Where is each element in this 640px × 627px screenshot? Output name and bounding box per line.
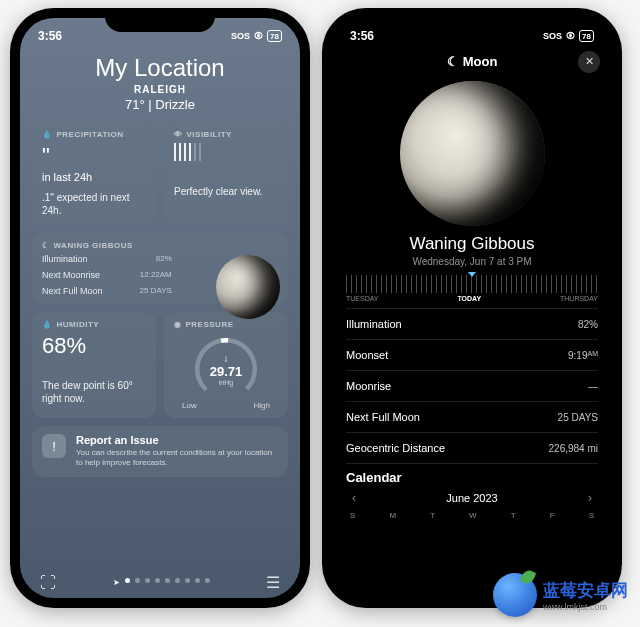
calendar-month: June 2023 — [446, 492, 497, 504]
detail-value: 25 DAYS — [558, 412, 598, 423]
phase-title: Waning Gibbous — [332, 234, 612, 254]
battery-icon: 78 — [579, 30, 594, 42]
calendar-title: Calendar — [332, 464, 612, 489]
map-icon[interactable]: ⛶ — [40, 574, 56, 592]
chevron-left-icon[interactable]: ‹ — [352, 491, 356, 505]
moon-detail-header: ☾Moon ✕ — [332, 48, 612, 77]
bottom-bar: ⛶ ➤ ☰ — [20, 573, 300, 592]
calendar-month-selector: ‹ June 2023 › — [332, 489, 612, 507]
visibility-card[interactable]: 👁VISIBILITY Perfectly clear view. — [164, 122, 288, 225]
detail-label: Illumination — [346, 318, 402, 330]
detail-row: Moonset9:19AM — [332, 340, 612, 370]
phone-moon: 3:56 SOS ⦿ 78 ☾Moon ✕ Waning Gibbous Wed… — [322, 8, 622, 608]
moon-icon: ☾ — [447, 54, 459, 69]
visibility-note: Perfectly clear view. — [174, 185, 278, 198]
watermark-url: www.lmkjst.com — [543, 602, 628, 612]
detail-row: Geocentric Distance226,984 mi — [332, 433, 612, 463]
wifi-icon: ⦿ — [254, 31, 263, 41]
list-icon[interactable]: ☰ — [266, 573, 280, 592]
precip-card[interactable]: 💧PRECIPITATION " in last 24h .1" expecte… — [32, 122, 156, 225]
report-title: Report an Issue — [76, 434, 278, 446]
moon-label: Next Full Moon — [42, 286, 103, 296]
moon-label: Next Moonrise — [42, 270, 100, 280]
page-indicator[interactable]: ➤ — [113, 578, 210, 587]
humidity-card[interactable]: 💧HUMIDITY 68% The dew point is 60° right… — [32, 312, 156, 418]
watermark: 蓝莓安卓网 www.lmkjst.com — [493, 573, 628, 617]
detail-row: Moonrise— — [332, 371, 612, 401]
precip-period: in last 24h — [42, 171, 146, 183]
report-icon: ! — [42, 434, 66, 458]
location-title: My Location — [20, 54, 300, 82]
timeline-next: THURSDAY — [560, 295, 598, 302]
moon-val: 12:22AM — [140, 270, 172, 280]
chevron-right-icon[interactable]: › — [588, 491, 592, 505]
pressure-unit: inHg — [210, 379, 243, 386]
moon-image — [216, 255, 280, 319]
moon-card[interactable]: ☾WANING GIBBOUS Illumination82% Next Moo… — [32, 233, 288, 304]
humidity-value: 68% — [42, 333, 146, 359]
moon-label: Illumination — [42, 254, 88, 264]
moon-header: WANING GIBBOUS — [54, 241, 133, 250]
droplet-icon: 💧 — [42, 130, 53, 139]
moon-val: 25 DAYS — [139, 286, 171, 296]
location-city: RALEIGH — [20, 84, 300, 95]
calendar-days: S M T W T F S — [332, 507, 612, 520]
detail-row: Next Full Moon25 DAYS — [332, 402, 612, 432]
location-header: My Location RALEIGH 71° | Drizzle — [20, 48, 300, 122]
notch — [105, 8, 215, 32]
detail-label: Geocentric Distance — [346, 442, 445, 454]
eye-icon: 👁 — [174, 130, 183, 139]
phone-weather: 3:56 SOS ⦿ 78 My Location RALEIGH 71° | … — [10, 8, 310, 608]
detail-value: 82% — [578, 319, 598, 330]
wifi-icon: ⦿ — [566, 31, 575, 41]
arrow-down-icon: ↓ — [210, 353, 243, 364]
detail-value: 9:19AM — [568, 350, 598, 361]
notch — [417, 8, 527, 32]
visibility-bars — [174, 143, 278, 161]
watermark-logo — [493, 573, 537, 617]
pressure-gauge: ↓ 29.71 inHg — [190, 333, 262, 405]
status-time: 3:56 — [38, 29, 62, 43]
sos-label: SOS — [543, 31, 562, 41]
precip-note: .1" expected in next 24h. — [42, 191, 146, 217]
gauge-icon: ◉ — [174, 320, 182, 329]
timeline-prev: TUESDAY — [346, 295, 379, 302]
status-right: SOS ⦿ 78 — [231, 30, 282, 42]
timeline-ruler — [346, 275, 598, 293]
pressure-header: PRESSURE — [186, 320, 234, 329]
humidity-note: The dew point is 60° right now. — [42, 379, 146, 405]
moon-header-title: Moon — [463, 54, 498, 69]
close-button[interactable]: ✕ — [578, 51, 600, 73]
status-right: SOS ⦿ 78 — [543, 30, 594, 42]
moon-screen: 3:56 SOS ⦿ 78 ☾Moon ✕ Waning Gibbous Wed… — [332, 18, 612, 598]
weather-screen: 3:56 SOS ⦿ 78 My Location RALEIGH 71° | … — [20, 18, 300, 598]
moon-timeline[interactable]: TUESDAY TODAY THURSDAY — [332, 275, 612, 302]
visibility-header: VISIBILITY — [187, 130, 232, 139]
detail-value: 226,984 mi — [549, 443, 598, 454]
report-text: You can describe the current conditions … — [76, 448, 278, 469]
moon-large-image — [400, 81, 545, 226]
precip-header: PRECIPITATION — [57, 130, 124, 139]
detail-label: Moonset — [346, 349, 388, 361]
precip-value: " — [42, 143, 146, 169]
battery-icon: 78 — [267, 30, 282, 42]
moon-icon: ☾ — [42, 241, 50, 250]
pressure-card[interactable]: ◉PRESSURE ↓ 29.71 inHg LowHigh — [164, 312, 288, 418]
detail-label: Moonrise — [346, 380, 391, 392]
sos-label: SOS — [231, 31, 250, 41]
humidity-header: HUMIDITY — [57, 320, 100, 329]
detail-value: — — [588, 381, 598, 392]
status-time: 3:56 — [350, 29, 374, 43]
pressure-value: 29.71 — [210, 364, 243, 379]
location-conditions: 71° | Drizzle — [20, 97, 300, 112]
moon-val: 82% — [156, 254, 172, 264]
detail-label: Next Full Moon — [346, 411, 420, 423]
timeline-today: TODAY — [457, 295, 481, 302]
location-arrow-icon: ➤ — [113, 578, 120, 587]
phase-date: Wednesday, Jun 7 at 3 PM — [332, 256, 612, 267]
humidity-icon: 💧 — [42, 320, 53, 329]
watermark-name: 蓝莓安卓网 — [543, 579, 628, 602]
detail-row: Illumination82% — [332, 309, 612, 339]
report-card[interactable]: ! Report an Issue You can describe the c… — [32, 426, 288, 477]
